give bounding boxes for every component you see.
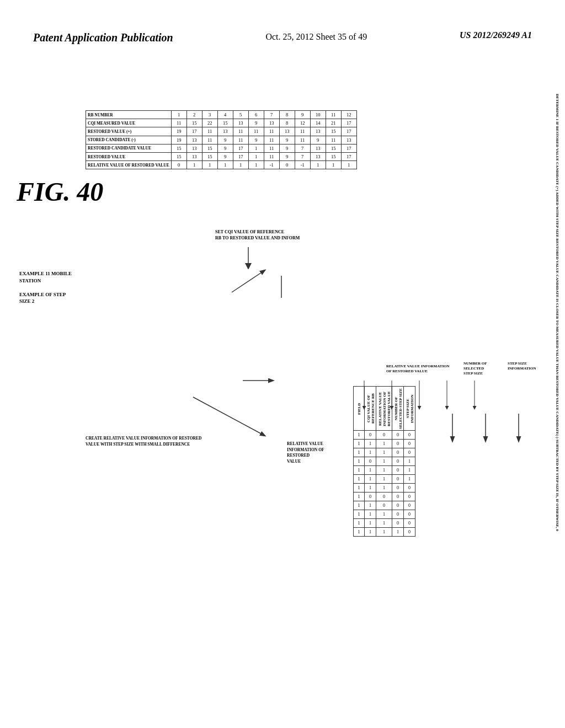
- relv-12: 1: [341, 161, 356, 169]
- cell-r10-c4: 0: [392, 510, 404, 519]
- cell-r6-c3: 1: [376, 475, 392, 484]
- relv-10: 1: [310, 161, 326, 169]
- rp-2: 17: [186, 127, 202, 136]
- rv-4: 9: [217, 152, 233, 160]
- cqi-1: 11: [171, 119, 186, 127]
- rp-5: 11: [233, 127, 248, 136]
- cell-r3-c3: 1: [376, 448, 392, 457]
- sm-8: 9: [279, 136, 295, 144]
- cell-r7-c5: 0: [404, 484, 415, 493]
- cqi-9: 12: [295, 119, 310, 127]
- rc-5: 17: [233, 144, 248, 152]
- cell-r11-c2: 1: [365, 519, 376, 528]
- cell-r12-c3: 1: [376, 528, 392, 537]
- cell-r1-c5: 0: [404, 431, 415, 440]
- sm-6: 9: [248, 136, 264, 144]
- svg-line-0: [232, 270, 265, 292]
- cell-r5-c2: 1: [365, 466, 376, 475]
- cell-r8-c1: 1: [354, 493, 365, 501]
- relv-8: 0: [279, 161, 295, 169]
- sm-9: 11: [295, 136, 310, 144]
- rp-11: 15: [326, 127, 341, 136]
- example-station-label: STATION: [19, 277, 72, 285]
- step-size-info-label: STEP SIZEINFORMATION: [508, 361, 536, 371]
- cqi-3: 22: [202, 119, 217, 127]
- stored-minus-header: STORED CANDIDATE (-): [86, 136, 172, 144]
- header: Patent Application Publication Oct. 25, …: [0, 30, 565, 45]
- rv-11: 15: [326, 152, 341, 160]
- cell-r2-c5: 0: [404, 440, 415, 448]
- cell-r2-c2: 1: [365, 440, 376, 448]
- example-size-label: SIZE 2: [19, 298, 72, 305]
- restored-candidate-header: RESTORED CANDIDATE VALUE: [86, 144, 172, 152]
- sm-4: 9: [217, 136, 233, 144]
- cell-r8-c5: 0: [404, 493, 415, 501]
- sm-7: 11: [264, 136, 279, 144]
- cell-r9-c5: 0: [404, 501, 415, 510]
- svg-line-1: [193, 397, 265, 436]
- cell-r5-c5: 1: [404, 466, 415, 475]
- cell-r3-c5: 0: [404, 448, 415, 457]
- cqi-10: 14: [310, 119, 326, 127]
- rp-7: 11: [264, 127, 279, 136]
- cell-r8-c3: 0: [376, 493, 392, 501]
- rp-9: 11: [295, 127, 310, 136]
- cell-r10-c2: 1: [365, 510, 376, 519]
- sheet-info: Oct. 25, 2012 Sheet 35 of 49: [265, 30, 367, 44]
- cell-r5-c1: 1: [354, 466, 365, 475]
- restored-plus-header: RESTORED VALUE (+): [86, 127, 172, 136]
- cell-r6-c5: 1: [404, 475, 415, 484]
- cell-r1-c4: 0: [392, 431, 404, 440]
- main-data-table: RB NUMBER 1 2 3 4 5 6 7 8 9 10 11 12 C: [86, 110, 357, 169]
- relv-3: 1: [202, 161, 217, 169]
- number-selected-label: NUMBER OFSELECTEDSTEP SIZE: [463, 361, 487, 376]
- rc-3: 15: [202, 144, 217, 152]
- cell-r9-c2: 1: [365, 501, 376, 510]
- cell-r10-c5: 0: [404, 510, 415, 519]
- rv-10: 13: [310, 152, 326, 160]
- patent-number: US 2012/269249 A1: [460, 30, 532, 40]
- cell-r11-c5: 0: [404, 519, 415, 528]
- cell-r11-c4: 0: [392, 519, 404, 528]
- rv-8: 9: [279, 152, 295, 160]
- rv-6: 1: [248, 152, 264, 160]
- cqi-11: 21: [326, 119, 341, 127]
- determine-annotation-container: DETERMINE 1 IF RESTORED VALUE CANDIDATE …: [544, 94, 559, 425]
- col-3: 3: [202, 111, 217, 119]
- sm-10: 9: [310, 136, 326, 144]
- rv-9: 7: [295, 152, 310, 160]
- cell-r1-c2: 0: [365, 431, 376, 440]
- cell-r8-c2: 0: [365, 493, 376, 501]
- restored-value-header: RESTORED VALUE: [86, 152, 172, 160]
- cell-r7-c3: 1: [376, 484, 392, 493]
- page: Patent Application Publication Oct. 25, …: [0, 0, 565, 728]
- cell-r9-c3: 0: [376, 501, 392, 510]
- cell-r12-c1: 1: [354, 528, 365, 537]
- rv-3: 15: [202, 152, 217, 160]
- rp-4: 13: [217, 127, 233, 136]
- rp-12: 17: [341, 127, 356, 136]
- example-step-label: EXAMPLE OF STEP: [19, 291, 72, 298]
- sm-3: 11: [202, 136, 217, 144]
- rc-9: 7: [295, 144, 310, 152]
- figure-label: FIG. 40: [17, 176, 103, 207]
- cqi-measured-header: CQI MEASURED VALUE: [86, 119, 172, 127]
- col-4: 4: [217, 111, 233, 119]
- rc-10: 13: [310, 144, 326, 152]
- relv-6: 1: [248, 161, 264, 169]
- rp-1: 19: [171, 127, 186, 136]
- rv-12: 17: [341, 152, 356, 160]
- cell-r2-c4: 0: [392, 440, 404, 448]
- col-10: 10: [310, 111, 326, 119]
- col-11: 11: [326, 111, 341, 119]
- col-8: 8: [279, 111, 295, 119]
- cell-r5-c3: 1: [376, 466, 392, 475]
- cell-r5-c4: 0: [392, 466, 404, 475]
- relv-9: -1: [295, 161, 310, 169]
- relv-4: 1: [217, 161, 233, 169]
- cell-r11-c1: 1: [354, 519, 365, 528]
- cell-r12-c5: 0: [404, 528, 415, 537]
- cell-r3-c1: 1: [354, 448, 365, 457]
- determine-annotation: DETERMINE 1 IF RESTORED VALUE CANDIDATE …: [555, 94, 559, 414]
- cell-r4-c2: 0: [365, 457, 376, 466]
